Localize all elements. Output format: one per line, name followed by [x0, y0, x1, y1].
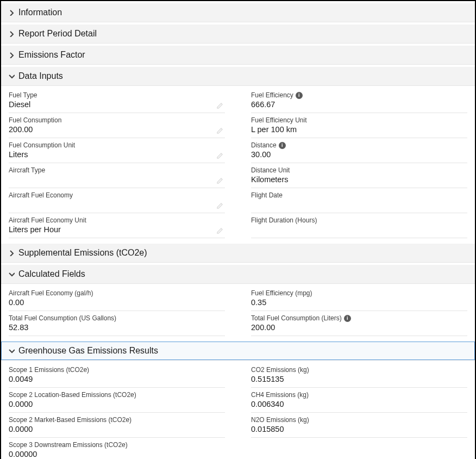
- field-label: Distance Unit: [251, 166, 467, 174]
- pencil-icon[interactable]: [216, 152, 224, 159]
- pencil-icon[interactable]: [216, 202, 224, 209]
- field-value: 52.83: [9, 323, 225, 333]
- info-icon[interactable]: i: [296, 92, 303, 99]
- field-label: Total Fuel Consumption (Liters) i: [251, 314, 467, 322]
- field-label: Fuel Efficiency (mpg): [251, 289, 467, 297]
- section-body-ghg: Scope 1 Emissions (tCO2e) 0.0049 Scope 2…: [1, 361, 475, 459]
- field-value: Diesel: [9, 100, 225, 110]
- chevron-down-icon: [8, 347, 15, 355]
- field-fuel-efficiency-unit: Fuel Efficiency Unit L per 100 km: [251, 113, 467, 138]
- field-label: Distance i: [251, 141, 467, 149]
- chevron-down-icon: [8, 72, 15, 80]
- field-aircraft-fuel-economy-unit[interactable]: Aircraft Fuel Economy Unit Liters per Ho…: [9, 213, 225, 238]
- field-value: 200.00: [9, 125, 225, 135]
- section-header-ghg[interactable]: Greenhouse Gas Emissions Results: [1, 342, 475, 361]
- column-right: Fuel Efficiency i 666.67 Fuel Efficiency…: [251, 88, 467, 238]
- section-header-emissions-factor[interactable]: Emissions Factor: [1, 46, 475, 65]
- field-label: Scope 2 Location-Based Emissions (tCO2e): [9, 391, 225, 399]
- section-header-report-period[interactable]: Report Period Detail: [1, 24, 475, 44]
- field-distance: Distance i 30.00: [251, 138, 467, 163]
- field-label: Fuel Type: [9, 91, 225, 99]
- pencil-icon[interactable]: [216, 177, 224, 184]
- field-value: 0.515135: [251, 375, 467, 385]
- field-label: CH4 Emissions (kg): [251, 391, 467, 399]
- field-aircraft-fuel-economy[interactable]: Aircraft Fuel Economy: [9, 188, 225, 213]
- pencil-icon[interactable]: [216, 102, 224, 109]
- field-label: Total Fuel Consumption (US Gallons): [9, 314, 225, 322]
- field-value: 200.00: [251, 323, 467, 333]
- field-value: Liters per Hour: [9, 225, 225, 235]
- field-value: Liters: [9, 150, 225, 160]
- field-value: [251, 200, 467, 210]
- field-label: Flight Duration (Hours): [251, 216, 467, 224]
- chevron-right-icon: [8, 9, 15, 16]
- field-value: 0.35: [251, 298, 467, 308]
- section-title: Data Inputs: [18, 71, 63, 81]
- pencil-icon[interactable]: [216, 227, 224, 234]
- field-value: 0.0000: [9, 400, 225, 410]
- field-value: 0.015850: [251, 425, 467, 435]
- field-label: Scope 2 Market-Based Emissions (tCO2e): [9, 416, 225, 424]
- field-label: Aircraft Fuel Economy Unit: [9, 216, 225, 224]
- field-co2: CO2 Emissions (kg) 0.515135: [251, 363, 467, 388]
- section-body-data-inputs: Fuel Type Diesel Fuel Consumption 200.00…: [1, 86, 475, 241]
- chevron-right-icon: [8, 30, 15, 38]
- field-fuel-type[interactable]: Fuel Type Diesel: [9, 88, 225, 113]
- field-label: Aircraft Type: [9, 166, 225, 174]
- section-title: Information: [18, 8, 62, 17]
- column-left: Scope 1 Emissions (tCO2e) 0.0049 Scope 2…: [9, 363, 225, 459]
- field-value: 0.006340: [251, 400, 467, 410]
- chevron-down-icon: [8, 270, 15, 278]
- field-label: Aircraft Fuel Economy (gal/h): [9, 289, 225, 297]
- field-tfc-gal: Total Fuel Consumption (US Gallons) 52.8…: [9, 311, 225, 336]
- section-title: Calculated Fields: [18, 269, 85, 279]
- field-value: [251, 225, 467, 235]
- section-header-supplemental[interactable]: Supplemental Emissions (tCO2e): [1, 244, 475, 263]
- field-scope1: Scope 1 Emissions (tCO2e) 0.0049: [9, 363, 225, 388]
- field-value: 0.00: [9, 298, 225, 308]
- field-n2o: N2O Emissions (kg) 0.015850: [251, 413, 467, 438]
- section-title: Emissions Factor: [18, 50, 85, 60]
- field-label: Scope 1 Emissions (tCO2e): [9, 366, 225, 374]
- info-icon[interactable]: i: [279, 142, 286, 149]
- section-title: Supplemental Emissions (tCO2e): [18, 248, 147, 258]
- label-text: Total Fuel Consumption (Liters): [251, 314, 342, 322]
- section-header-calculated[interactable]: Calculated Fields: [1, 265, 475, 284]
- field-label: N2O Emissions (kg): [251, 416, 467, 424]
- field-aircraft-type[interactable]: Aircraft Type: [9, 163, 225, 188]
- field-fuel-efficiency: Fuel Efficiency i 666.67: [251, 88, 467, 113]
- field-distance-unit: Distance Unit Kilometers: [251, 163, 467, 188]
- section-title: Greenhouse Gas Emissions Results: [18, 346, 158, 356]
- field-label: Aircraft Fuel Economy: [9, 191, 225, 199]
- field-label: Scope 3 Downstream Emissions (tCO2e): [9, 441, 225, 449]
- field-label: Fuel Consumption: [9, 116, 225, 124]
- field-value: [9, 175, 225, 185]
- field-value: 0.0000: [9, 425, 225, 435]
- field-value: 30.00: [251, 150, 467, 160]
- field-scope2-location: Scope 2 Location-Based Emissions (tCO2e)…: [9, 388, 225, 413]
- field-value: [9, 200, 225, 210]
- field-fe-mpg: Fuel Efficiency (mpg) 0.35: [251, 286, 467, 311]
- section-body-calculated: Aircraft Fuel Economy (gal/h) 0.00 Total…: [1, 284, 475, 339]
- field-label: Fuel Consumption Unit: [9, 141, 225, 149]
- field-flight-duration: Flight Duration (Hours): [251, 213, 467, 238]
- column-left: Aircraft Fuel Economy (gal/h) 0.00 Total…: [9, 286, 225, 336]
- field-value: 666.67: [251, 100, 467, 110]
- field-label: Fuel Efficiency Unit: [251, 116, 467, 124]
- field-value: Kilometers: [251, 175, 467, 185]
- column-right: Fuel Efficiency (mpg) 0.35 Total Fuel Co…: [251, 286, 467, 336]
- pencil-icon[interactable]: [216, 127, 224, 134]
- section-header-data-inputs[interactable]: Data Inputs: [1, 67, 475, 86]
- field-label: Fuel Efficiency i: [251, 91, 467, 99]
- section-header-information[interactable]: Information: [1, 3, 475, 22]
- chevron-right-icon: [8, 51, 15, 59]
- section-title: Report Period Detail: [18, 29, 97, 39]
- label-text: Distance: [251, 141, 277, 149]
- info-icon[interactable]: i: [344, 315, 351, 322]
- field-label: Flight Date: [251, 191, 467, 199]
- field-fuel-consumption-unit[interactable]: Fuel Consumption Unit Liters: [9, 138, 225, 163]
- field-scope3-downstream: Scope 3 Downstream Emissions (tCO2e) 0.0…: [9, 438, 225, 459]
- field-fuel-consumption[interactable]: Fuel Consumption 200.00: [9, 113, 225, 138]
- field-afe-gal: Aircraft Fuel Economy (gal/h) 0.00: [9, 286, 225, 311]
- field-scope2-market: Scope 2 Market-Based Emissions (tCO2e) 0…: [9, 413, 225, 438]
